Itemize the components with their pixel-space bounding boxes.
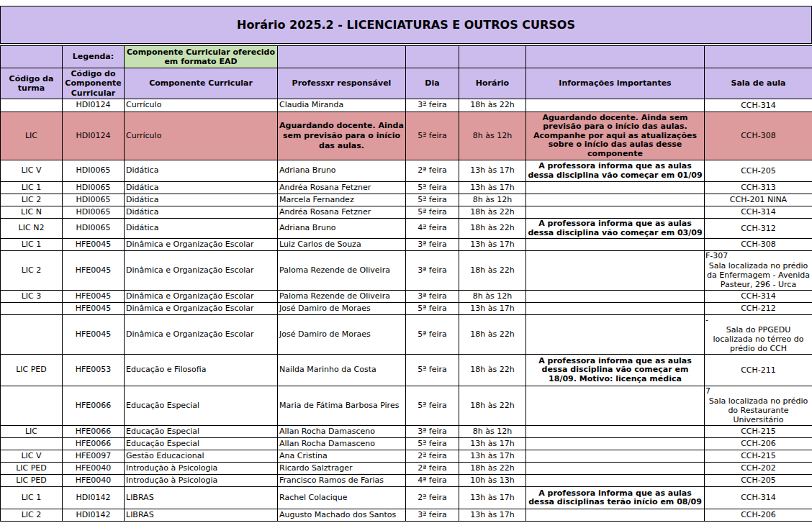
cell-info [526, 303, 705, 315]
cell-sala: CCH-312 [705, 219, 812, 239]
cell-horario: 18h às 22h [459, 463, 526, 475]
cell-dia: 3ª feira [406, 251, 459, 291]
cell-info [526, 450, 705, 463]
cell-turma: LIC N [1, 206, 63, 219]
cell-info [526, 206, 705, 219]
cell-professor: Adriana Bruno [278, 219, 406, 239]
cell-codigo: HDI0142 [63, 509, 125, 522]
cell-turma: LIC 1 [1, 239, 63, 251]
table-row: HFE0045Dinâmica e Organização EscolarJos… [1, 315, 812, 355]
cell-componente: Dinâmica e Organização Escolar [125, 291, 278, 303]
cell-sala: CCH-212 [705, 303, 812, 315]
table-row: LIC 1HDI0142LIBRASRachel Colacique2ª fei… [1, 487, 812, 509]
cell-professor: Andréa Rosana Fetzner [278, 206, 406, 219]
cell-professor: Paloma Rezende de Oliveira [278, 291, 406, 303]
legend-label: Legenda: [63, 46, 125, 68]
cell-componente: Didática [125, 160, 278, 182]
cell-info: A professora informa que as aulas dessa … [526, 355, 705, 386]
cell-info: A professora informa que as aulas dessa … [526, 219, 705, 239]
cell-componente: Educação Especial [125, 386, 278, 426]
cell-sala: CCH-215 [705, 426, 812, 438]
cell-turma: LIC PED [1, 463, 63, 475]
cell-sala: CCH-308 [705, 239, 812, 251]
cell-horario: 10h às 13h [459, 475, 526, 487]
cell-professor: Allan Rocha Damasceno [278, 426, 406, 438]
cell-professor: Adriana Bruno [278, 160, 406, 182]
cell-professor: Ricardo Salztrager [278, 463, 406, 475]
cell-info [526, 438, 705, 450]
legend-empty-cell [406, 46, 459, 68]
cell-turma: LIC V [1, 450, 63, 463]
cell-turma: LIC [1, 112, 63, 160]
cell-sala: CCH-201 NINA [705, 194, 812, 206]
cell-dia: 5ª feira [406, 206, 459, 219]
table-row: LIC 3HFE0045Dinâmica e Organização Escol… [1, 291, 812, 303]
cell-codigo: HFE0045 [63, 315, 125, 355]
cell-sala: CCH-215 [705, 450, 812, 463]
table-row: LIC 1HFE0045Dinâmica e Organização Escol… [1, 239, 812, 251]
cell-codigo: HFE0066 [63, 438, 125, 450]
cell-dia: 5ª feira [406, 182, 459, 194]
cell-componente: Dinâmica e Organização Escolar [125, 303, 278, 315]
sala-overflow-fragment: - [705, 315, 811, 324]
cell-professor: Francisco Ramos de Farias [278, 475, 406, 487]
table-row: LICHFE0066Educação EspecialAllan Rocha D… [1, 426, 812, 438]
cell-codigo: HFE0040 [63, 463, 125, 475]
cell-dia: 2ª feira [406, 450, 459, 463]
col-header-dia: Dia [406, 68, 459, 99]
cell-dia: 3ª feira [406, 239, 459, 251]
cell-horario: 18h às 22h [459, 99, 526, 112]
cell-professor: Augusto Machado dos Santos [278, 509, 406, 522]
cell-info: A professora informa que as aulas dessa … [526, 160, 705, 182]
cell-horario: 13h às 17h [459, 303, 526, 315]
cell-componente: Educação Especial [125, 438, 278, 450]
legend-empty-cell [459, 46, 526, 68]
cell-codigo: HFE0053 [63, 355, 125, 386]
schedule-rows: HDI0124CurrículoClaudia Miranda3ª feira1… [1, 99, 812, 522]
table-row: LIC 2HFE0045Dinâmica e Organização Escol… [1, 251, 812, 291]
table-row: LIC PEDHFE0053Educação e FilosofiaNailda… [1, 355, 812, 386]
cell-turma [1, 386, 63, 426]
cell-horario: 8h às 12h [459, 194, 526, 206]
cell-horario: 8h às 12h [459, 112, 526, 160]
cell-professor: Maria de Fátima Barbosa Pires [278, 386, 406, 426]
cell-turma [1, 315, 63, 355]
col-header-horario: Horário [459, 68, 526, 99]
cell-dia: 4ª feira [406, 219, 459, 239]
cell-sala: CCH-314 [705, 206, 812, 219]
legend-empty-cell [1, 46, 63, 68]
cell-horario: 13h às 17h [459, 160, 526, 182]
cell-horario: 13h às 17h [459, 509, 526, 522]
cell-componente: Didática [125, 219, 278, 239]
sheet-title-bar: Horário 2025.2 - LICENCIATURAS E OUTROS … [0, 6, 812, 44]
cell-sala: CCH-206 [705, 509, 812, 522]
cell-professor: Luiz Carlos de Souza [278, 239, 406, 251]
cell-sala: CCH-206 [705, 438, 812, 450]
sala-overflow-fragment: F-307 [705, 251, 811, 260]
cell-professor: Andréa Rosana Fetzner [278, 182, 406, 194]
cell-dia: 5ª feira [406, 194, 459, 206]
cell-sala: CCH-308 [705, 112, 812, 160]
cell-sala: -Sala do PPGEDU localizada no térreo do … [705, 315, 812, 355]
table-row: LIC PEDHFE0040Introdução à PsicologiaFra… [1, 475, 812, 487]
cell-horario: 13h às 17h [459, 450, 526, 463]
cell-info [526, 315, 705, 355]
cell-sala: CCH-205 [705, 475, 812, 487]
cell-componente: Educação Especial [125, 426, 278, 438]
cell-sala: CCH-313 [705, 182, 812, 194]
cell-componente: Dinâmica e Organização Escolar [125, 239, 278, 251]
cell-turma: LIC PED [1, 355, 63, 386]
cell-turma: LIC 2 [1, 509, 63, 522]
table-row: LIC PEDHFE0040Introdução à PsicologiaRic… [1, 463, 812, 475]
cell-codigo: HDI0065 [63, 182, 125, 194]
cell-info [526, 194, 705, 206]
col-header-informacoes: Informações importantes [526, 68, 705, 99]
cell-sala: F-307Sala localizada no prédio da Enferm… [705, 251, 812, 291]
cell-codigo: HFE0045 [63, 291, 125, 303]
cell-codigo: HDI0124 [63, 99, 125, 112]
cell-info [526, 426, 705, 438]
cell-professor: Marcela Fernandez [278, 194, 406, 206]
cell-professor: Paloma Rezende de Oliveira [278, 251, 406, 291]
cell-sala: CCH-211 [705, 355, 812, 386]
cell-dia: 3ª feira [406, 99, 459, 112]
